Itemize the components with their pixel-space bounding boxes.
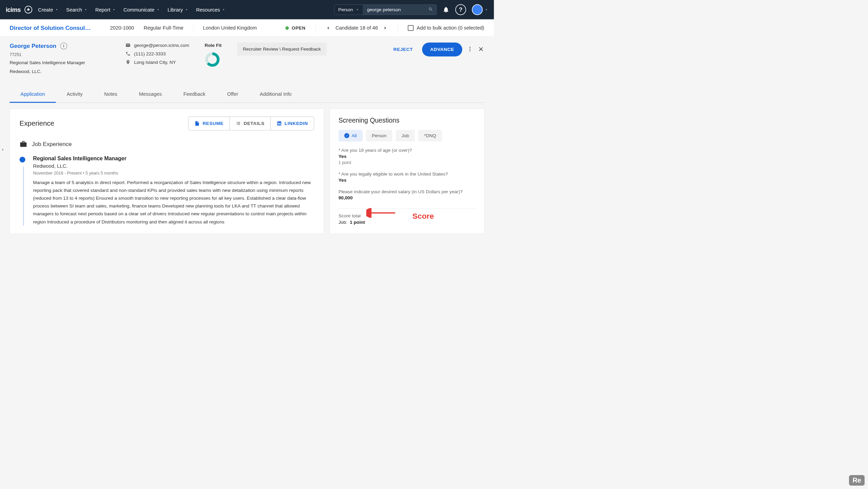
job-title[interactable]: Director of Solution Consul… [10, 25, 100, 31]
rolefit-label: Role Fit [205, 42, 222, 48]
expand-sidebar-button[interactable] [1, 147, 5, 152]
search-box: Person [334, 4, 437, 15]
search-icon [429, 7, 433, 12]
filter-dnq[interactable]: *DNQ [418, 130, 442, 141]
tab-offer[interactable]: Offer [216, 87, 249, 103]
experience-company: Redwood, LLC. [33, 163, 314, 169]
svg-point-4 [469, 50, 470, 51]
person-location: Long Island City, NY [126, 59, 189, 65]
resume-button[interactable]: RESUME [189, 117, 229, 130]
job-status: OPEN [285, 25, 305, 31]
tab-activity[interactable]: Activity [56, 87, 94, 103]
status-dot-icon [285, 26, 289, 30]
nav-search[interactable]: Search [66, 7, 88, 13]
nav-library[interactable]: Library [168, 7, 188, 13]
screening-filters: All Person Job *DNQ [338, 130, 475, 141]
briefcase-icon [19, 140, 27, 148]
bell-icon[interactable] [442, 6, 449, 13]
more-actions-button[interactable] [467, 46, 473, 53]
job-subbar: Director of Solution Consul… 2020-1000 R… [0, 19, 494, 37]
screening-card: Screening Questions All Person Job *DNQ … [330, 109, 484, 234]
experience-role: Regional Sales Intelligence Manager [33, 156, 314, 162]
re-badge: Re [849, 475, 865, 486]
logo-icon [24, 6, 32, 14]
screening-question: * Are you 18 years of age (or over)? Yes… [338, 148, 475, 165]
prev-candidate-icon[interactable] [325, 25, 331, 31]
score-total-label: Score total [338, 213, 475, 219]
job-experience-header: Job Experience [19, 140, 314, 148]
filter-person[interactable]: Person [366, 130, 392, 141]
location-icon [126, 60, 131, 65]
experience-view-switch: RESUME DETAILS LINKEDIN [188, 116, 314, 130]
help-icon[interactable]: ? [455, 4, 466, 15]
info-icon[interactable]: i [60, 42, 67, 49]
next-candidate-icon[interactable] [382, 25, 388, 31]
screening-question: * Are you legally eligible to work in th… [338, 171, 475, 183]
logo[interactable]: icims [6, 6, 32, 14]
score-job: Job: 1 point [338, 220, 475, 225]
experience-card: Experience RESUME DETAILS LINKEDIN Job E… [10, 109, 324, 234]
person-current-role: Regional Sales Intelligence Manager [10, 59, 110, 66]
svg-point-2 [469, 47, 470, 48]
screening-question: Please indicate your desired salary (in … [338, 189, 475, 200]
person-email[interactable]: george@person.icims.com [126, 42, 189, 48]
person-header: George Petersoni 77251 Regional Sales In… [0, 37, 494, 103]
document-icon [194, 121, 200, 126]
phone-icon [126, 51, 131, 56]
job-id: 2020-1000 [110, 25, 134, 31]
tab-feedback[interactable]: Feedback [173, 87, 216, 103]
arrow-annotation-icon [366, 208, 397, 219]
score-callout: Score [412, 212, 434, 220]
nav-report[interactable]: Report [95, 7, 116, 13]
close-button[interactable] [478, 46, 484, 53]
review-status[interactable]: Recruiter Review \ Request Feedback [237, 42, 327, 56]
bulk-checkbox[interactable] [408, 25, 414, 31]
person-phone[interactable]: (111) 222-3333 [126, 51, 189, 56]
email-icon [126, 43, 131, 48]
person-current-company: Redwood, LLC. [10, 68, 110, 75]
bulk-action[interactable]: Add to bulk action (0 selected) [408, 25, 484, 31]
filter-job[interactable]: Job [396, 130, 415, 141]
search-input[interactable] [363, 5, 425, 15]
list-icon [235, 121, 241, 126]
check-icon [345, 134, 348, 137]
linkedin-icon [277, 121, 282, 126]
nav-resources[interactable]: Resources [196, 7, 226, 13]
tab-notes[interactable]: Notes [93, 87, 128, 103]
kebab-icon [467, 46, 473, 52]
logo-text: icims [6, 6, 21, 13]
experience-dates: November 2016 - Present • 5 years 5 mont… [33, 171, 314, 176]
candidate-count: Candidate 18 of 46 [336, 25, 378, 31]
top-nav: icims Create Search Report Communicate L… [0, 0, 494, 19]
experience-item: Regional Sales Intelligence Manager Redw… [19, 156, 314, 226]
experience-title: Experience [19, 120, 54, 128]
tab-application[interactable]: Application [10, 87, 56, 103]
timeline-dot-icon [19, 157, 25, 162]
chevron-right-icon [1, 147, 5, 152]
reject-button[interactable]: REJECT [389, 43, 418, 56]
details-button[interactable]: DETAILS [229, 117, 270, 130]
person-id: 77251 [10, 52, 110, 57]
chevron-down-icon [485, 8, 488, 11]
filter-all[interactable]: All [338, 130, 362, 141]
tab-messages[interactable]: Messages [128, 87, 173, 103]
nav-items: Create Search Report Communicate Library… [38, 7, 225, 13]
rolefit-ring-icon [205, 52, 220, 67]
search-category[interactable]: Person [334, 5, 363, 15]
advance-button[interactable]: ADVANCE [422, 42, 462, 56]
job-location: London United Kingdom [203, 25, 257, 31]
linkedin-button[interactable]: LINKEDIN [270, 117, 314, 130]
screening-title: Screening Questions [338, 116, 475, 124]
candidate-nav: Candidate 18 of 46 [325, 25, 388, 31]
nav-create[interactable]: Create [38, 7, 58, 13]
search-button[interactable] [425, 5, 436, 15]
user-menu[interactable] [472, 4, 488, 15]
person-name[interactable]: George Petersoni [10, 42, 110, 49]
svg-point-3 [469, 49, 470, 50]
tab-additional-info[interactable]: Additional Info [249, 87, 302, 103]
close-icon [478, 46, 484, 52]
person-tabs: Application Activity Notes Messages Feed… [10, 87, 484, 103]
experience-description: Manage a team of 5 analytics in direct r… [33, 179, 314, 226]
job-schedule: Regular Full-Time [144, 25, 184, 31]
nav-communicate[interactable]: Communicate [124, 7, 160, 13]
